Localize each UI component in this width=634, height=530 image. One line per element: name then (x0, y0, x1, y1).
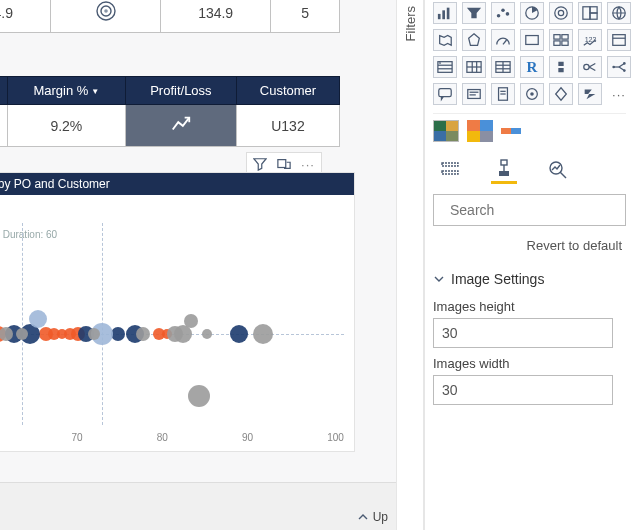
label-images-height: Images height (433, 291, 626, 318)
scroll-up-hint[interactable]: Up (357, 510, 388, 524)
viz-table-icon[interactable]: A (433, 56, 457, 78)
data-point[interactable] (184, 314, 198, 328)
viz-key-influencers-icon[interactable] (578, 56, 602, 78)
viz-table2-icon[interactable] (491, 56, 515, 78)
viz-card-icon[interactable] (520, 29, 544, 51)
data-table-upper: 134.9 134.9 5 (0, 0, 340, 33)
viz-multi-card-icon[interactable] (549, 29, 573, 51)
svg-point-8 (501, 9, 505, 13)
table-row[interactable]: 3 $145 9.2% U132 (0, 105, 340, 147)
search-input[interactable] (450, 202, 625, 218)
data-point[interactable] (111, 327, 125, 341)
canvas-footer: Up (0, 482, 396, 530)
viz-filled-map-icon[interactable] (433, 29, 457, 51)
viz-matrix-icon[interactable] (462, 56, 486, 78)
viz-automate-icon[interactable] (578, 83, 602, 105)
visualizations-pane: 123 A R ··· (424, 0, 634, 530)
data-point[interactable] (29, 310, 47, 328)
data-point[interactable] (202, 329, 212, 339)
svg-rect-21 (554, 41, 560, 45)
viz-map-icon[interactable] (607, 2, 631, 24)
viz-more-icon[interactable]: ··· (607, 83, 631, 105)
cell-profitloss (125, 105, 236, 147)
viz-python-icon[interactable] (549, 56, 573, 78)
x-axis-ticks: 5060708090100 (0, 432, 344, 443)
svg-rect-20 (562, 35, 568, 39)
input-images-height[interactable]: 30 (433, 318, 613, 348)
report-canvas[interactable]: 134.9 134.9 5 $ Margin Margin %▼ Profit/… (0, 0, 396, 530)
svg-rect-5 (442, 10, 445, 19)
viz-gauge-icon[interactable] (491, 29, 515, 51)
scatter-chart-visual[interactable]: and # of Materials by PO and Customer U1… (0, 172, 355, 452)
svg-rect-6 (447, 8, 450, 20)
viz-slicer-icon[interactable] (607, 29, 631, 51)
focus-mode-icon[interactable] (275, 155, 293, 173)
filter-icon[interactable] (251, 155, 269, 173)
svg-point-7 (497, 14, 501, 18)
viz-donut-icon[interactable] (549, 2, 573, 24)
kpi-cell (51, 0, 161, 33)
viz-kpi-icon[interactable]: 123 (578, 29, 602, 51)
filters-pane-collapsed[interactable]: Filters (396, 0, 424, 530)
viz-stacked-bar-icon[interactable] (433, 2, 457, 24)
viz-decomposition-icon[interactable] (607, 56, 631, 78)
viz-pie-icon[interactable] (520, 2, 544, 24)
chart-title: and # of Materials by PO and Customer (0, 173, 354, 195)
svg-line-17 (503, 40, 507, 44)
svg-rect-13 (583, 7, 590, 19)
theme-swatch-2[interactable] (467, 120, 493, 142)
viz-funnel-icon[interactable] (462, 2, 486, 24)
viz-qna-icon[interactable] (433, 83, 457, 105)
svg-line-62 (560, 172, 566, 178)
viz-powerapps-icon[interactable] (549, 83, 573, 105)
col-header-profitloss[interactable]: Profit/Loss (125, 77, 236, 105)
viz-treemap-icon[interactable] (578, 2, 602, 24)
svg-point-2 (104, 9, 108, 13)
cell: 134.9 (161, 0, 271, 33)
revert-to-default-link[interactable]: Revert to default (433, 234, 626, 267)
data-point[interactable] (88, 328, 100, 340)
svg-point-38 (584, 64, 589, 69)
svg-rect-56 (442, 163, 458, 166)
data-point[interactable] (16, 328, 28, 340)
svg-rect-18 (526, 36, 538, 45)
viz-arcgis-icon[interactable] (520, 83, 544, 105)
visualization-gallery: 123 A R ··· (433, 0, 626, 113)
svg-point-9 (506, 12, 510, 16)
svg-line-39 (589, 63, 595, 67)
search-container (433, 194, 626, 226)
theme-swatch-1[interactable] (433, 120, 459, 142)
svg-rect-14 (590, 7, 597, 13)
data-point[interactable] (253, 324, 273, 344)
sort-desc-icon: ▼ (91, 87, 99, 96)
cell-customer: U132 (236, 105, 339, 147)
data-table-columns[interactable]: $ Margin Margin %▼ Profit/Loss Customer … (0, 76, 340, 147)
col-header-customer[interactable]: Customer (236, 77, 339, 105)
viz-scatter-icon[interactable] (491, 2, 515, 24)
col-header-margin[interactable]: Margin (0, 77, 7, 105)
format-tabs (433, 152, 626, 184)
input-images-width[interactable]: 30 (433, 375, 613, 405)
svg-point-11 (555, 7, 567, 19)
tab-format[interactable] (491, 154, 517, 184)
viz-shape-map-icon[interactable] (462, 29, 486, 51)
more-options-icon[interactable]: ··· (299, 155, 317, 173)
tab-fields[interactable] (437, 154, 463, 184)
search-box[interactable] (433, 194, 626, 226)
data-point[interactable] (188, 385, 210, 407)
tab-analytics[interactable] (545, 154, 571, 184)
svg-rect-4 (438, 14, 441, 19)
svg-rect-22 (562, 41, 568, 45)
cell-margin-pct: 9.2% (7, 105, 125, 147)
theme-swatch-3[interactable] (501, 128, 521, 134)
data-point[interactable] (230, 325, 248, 343)
viz-narrative-icon[interactable] (462, 83, 486, 105)
svg-point-46 (623, 69, 626, 72)
viz-paginated-icon[interactable] (491, 83, 515, 105)
svg-point-44 (612, 66, 615, 69)
data-point[interactable] (136, 327, 150, 341)
chart-legend: U132 (0, 195, 354, 215)
section-image-settings[interactable]: Image Settings (433, 267, 626, 291)
col-header-margin-pct[interactable]: Margin %▼ (7, 77, 125, 105)
viz-r-visual-icon[interactable]: R (520, 56, 544, 78)
